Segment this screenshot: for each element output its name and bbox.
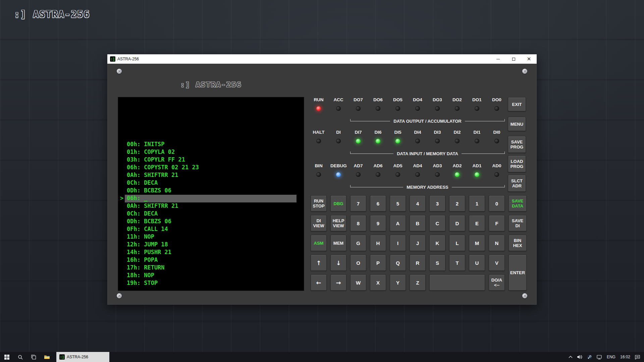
group-bracket: MEMORY ADDRESS bbox=[350, 183, 505, 187]
steam-icon[interactable] bbox=[587, 355, 592, 360]
network-icon[interactable] bbox=[597, 355, 602, 359]
key-j[interactable]: J bbox=[410, 235, 426, 251]
key-up-arrow[interactable]: ↑ bbox=[311, 255, 327, 271]
led-dots bbox=[311, 171, 505, 178]
action-center-icon[interactable] bbox=[635, 355, 640, 359]
led-cell bbox=[429, 105, 445, 112]
key-h[interactable]: H bbox=[370, 235, 386, 251]
terminal-line: 0Dh: BCBZS 06 bbox=[118, 218, 304, 226]
button-label: STOP bbox=[313, 203, 324, 208]
key-enter[interactable]: ENTER bbox=[508, 255, 527, 291]
key-8[interactable]: 8 bbox=[350, 215, 366, 231]
button-label: MENU bbox=[511, 122, 523, 127]
screw-icon bbox=[117, 293, 122, 298]
close-button[interactable]: ✕ bbox=[521, 54, 537, 64]
key-t[interactable]: T bbox=[449, 255, 465, 271]
key-y[interactable]: Y bbox=[390, 275, 406, 291]
key-help-view[interactable]: HELPVIEW bbox=[330, 215, 346, 231]
key-space[interactable] bbox=[429, 275, 485, 291]
key-b[interactable]: B bbox=[410, 215, 426, 231]
button-label: BIN bbox=[514, 238, 521, 243]
minimize-button[interactable] bbox=[490, 54, 506, 64]
terminal-line-text: 0Ch: DECA bbox=[127, 179, 158, 186]
key-di-view[interactable]: DIVIEW bbox=[311, 215, 327, 231]
led-cell bbox=[410, 171, 426, 178]
bracket-line bbox=[350, 119, 390, 121]
exit-button[interactable]: EXIT bbox=[508, 97, 526, 111]
slct-adr-button[interactable]: SLCTADR bbox=[508, 175, 526, 192]
load-prog-button[interactable]: LOADPROG bbox=[508, 156, 526, 172]
key-3[interactable]: 3 bbox=[429, 195, 445, 212]
key-w[interactable]: W bbox=[350, 275, 366, 291]
key-do-a[interactable]: DO/A<-- bbox=[489, 275, 505, 291]
led-acc bbox=[336, 106, 341, 111]
key-bin-hex[interactable]: BINHEX bbox=[508, 235, 527, 251]
key-6[interactable]: 6 bbox=[370, 195, 386, 212]
terminal-line-text: 0Dh: BCBZS 06 bbox=[127, 187, 171, 194]
button-label: VIEW bbox=[313, 223, 324, 228]
key-z[interactable]: Z bbox=[410, 275, 426, 291]
search-button[interactable] bbox=[13, 352, 27, 362]
terminal-screen[interactable]: 00h: INITSP01h: COPYLA 0203h: COPYLR FF … bbox=[118, 97, 304, 291]
key-r[interactable]: R bbox=[410, 255, 426, 271]
key-x[interactable]: X bbox=[370, 275, 386, 291]
key-n[interactable]: N bbox=[489, 235, 505, 251]
key-c[interactable]: C bbox=[429, 215, 445, 231]
key-left-arrow[interactable]: ← bbox=[311, 275, 327, 291]
terminal-line-text: 0Ah: SHIFTRR 21 bbox=[127, 172, 178, 178]
key-down-arrow[interactable]: ↓ bbox=[330, 255, 346, 271]
key-d[interactable]: D bbox=[449, 215, 465, 231]
maximize-button[interactable] bbox=[506, 54, 521, 64]
screw-icon bbox=[522, 293, 527, 298]
key-v[interactable]: V bbox=[489, 255, 505, 271]
key-run-stop[interactable]: RUNSTOP bbox=[311, 195, 327, 212]
terminal-line-text: 03h: COPYLR FF 21 bbox=[127, 156, 185, 163]
save-prog-button[interactable]: SAVEPROG bbox=[508, 136, 526, 153]
key-1[interactable]: 1 bbox=[469, 195, 485, 212]
led-di6 bbox=[376, 139, 380, 143]
key-s[interactable]: S bbox=[429, 255, 445, 271]
start-button[interactable] bbox=[0, 352, 13, 362]
led-ad4 bbox=[415, 172, 420, 177]
key-u[interactable]: U bbox=[469, 255, 485, 271]
language-indicator[interactable]: ENG bbox=[607, 355, 615, 359]
key-save-data[interactable]: SAVEDATA bbox=[508, 195, 527, 212]
key-k[interactable]: K bbox=[429, 235, 445, 251]
button-label: F bbox=[495, 221, 498, 226]
clock[interactable]: 16:02 bbox=[620, 355, 630, 359]
bracket-line bbox=[350, 185, 403, 187]
tray-expand-icon[interactable] bbox=[569, 356, 573, 358]
taskbar-app-button[interactable]: :] ASTRA-256 bbox=[56, 352, 109, 362]
key-save-di[interactable]: SAVEDI bbox=[508, 215, 527, 231]
key-a[interactable]: A bbox=[390, 215, 406, 231]
key-f[interactable]: F bbox=[489, 215, 505, 231]
key-4[interactable]: 4 bbox=[410, 195, 426, 212]
volume-icon[interactable] bbox=[577, 355, 582, 359]
key-o[interactable]: O bbox=[350, 255, 366, 271]
key-right-arrow[interactable]: → bbox=[330, 275, 346, 291]
file-explorer-button[interactable] bbox=[40, 352, 54, 362]
task-view-button[interactable] bbox=[27, 352, 40, 362]
terminal-line-text: 19h: STOP bbox=[127, 280, 158, 286]
key-2[interactable]: 2 bbox=[449, 195, 465, 212]
key-l[interactable]: L bbox=[449, 235, 465, 251]
key-7[interactable]: 7 bbox=[350, 195, 366, 212]
button-label: X bbox=[376, 280, 380, 285]
key-e[interactable]: E bbox=[469, 215, 485, 231]
key-dbg[interactable]: DBG bbox=[330, 195, 346, 212]
key-asm[interactable]: ASM bbox=[311, 235, 327, 251]
led-cell bbox=[429, 138, 445, 144]
key-p[interactable]: P bbox=[370, 255, 386, 271]
key-mem[interactable]: MEM bbox=[330, 235, 346, 251]
key-g[interactable]: G bbox=[350, 235, 366, 251]
key-5[interactable]: 5 bbox=[390, 195, 406, 212]
led-cell bbox=[489, 138, 505, 144]
menu-button[interactable]: MENU bbox=[508, 117, 526, 131]
button-label: O bbox=[356, 260, 360, 265]
key-m[interactable]: M bbox=[469, 235, 485, 251]
key-9[interactable]: 9 bbox=[370, 215, 386, 231]
key-0[interactable]: 0 bbox=[489, 195, 505, 212]
key-q[interactable]: Q bbox=[390, 255, 406, 271]
led-row: HALTDIDI7DI6DI5DI4DI3DI2DI1DI0DATA INPUT… bbox=[311, 130, 505, 144]
key-i[interactable]: I bbox=[390, 235, 406, 251]
